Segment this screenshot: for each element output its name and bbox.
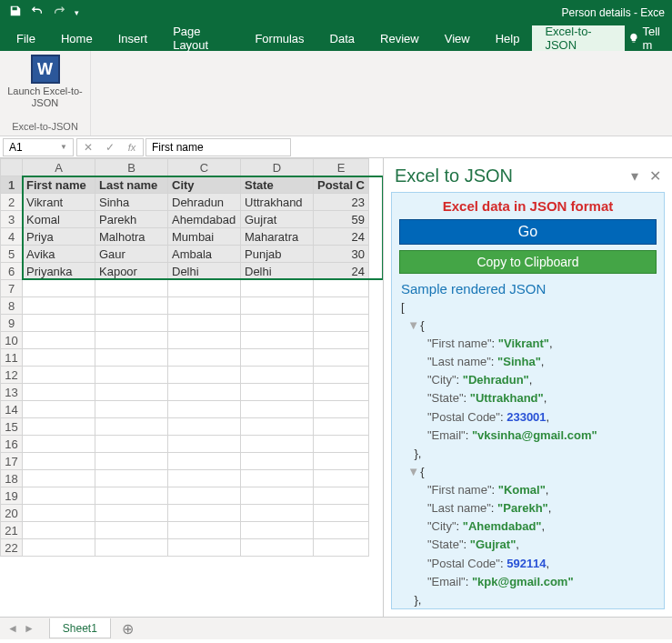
- cell[interactable]: [241, 384, 314, 401]
- cell[interactable]: [314, 487, 369, 505]
- tab-file[interactable]: File: [4, 25, 48, 51]
- row-header[interactable]: 13: [1, 384, 23, 401]
- cell[interactable]: Priya: [23, 228, 95, 246]
- cancel-icon[interactable]: ✕: [77, 141, 99, 154]
- redo-icon[interactable]: [53, 5, 65, 21]
- row-header[interactable]: 18: [1, 470, 23, 487]
- cell[interactable]: [23, 436, 95, 453]
- cell[interactable]: 24: [314, 228, 369, 246]
- row-header[interactable]: 7: [1, 280, 23, 297]
- go-button[interactable]: Go: [399, 219, 657, 245]
- cell[interactable]: [23, 453, 95, 470]
- cell[interactable]: [95, 522, 168, 539]
- cell[interactable]: [168, 332, 241, 349]
- cell[interactable]: State: [241, 176, 314, 194]
- row-header[interactable]: 8: [1, 297, 23, 315]
- cell[interactable]: [23, 487, 95, 505]
- row-header[interactable]: 16: [1, 436, 23, 453]
- cell[interactable]: [314, 522, 369, 539]
- cell[interactable]: Avika: [23, 246, 95, 263]
- cell[interactable]: [314, 436, 369, 453]
- cell[interactable]: [168, 436, 241, 453]
- cell[interactable]: 23: [314, 194, 369, 211]
- cell[interactable]: [241, 315, 314, 332]
- cell[interactable]: 59: [314, 211, 369, 228]
- close-icon[interactable]: ✕: [649, 167, 661, 185]
- cell[interactable]: [241, 470, 314, 487]
- cell[interactable]: [23, 505, 95, 522]
- cell[interactable]: [23, 367, 95, 384]
- enter-icon[interactable]: ✓: [99, 141, 121, 154]
- cell[interactable]: Postal C: [314, 176, 369, 194]
- cell[interactable]: Komal: [23, 211, 95, 228]
- formula-input[interactable]: First name: [145, 138, 291, 156]
- cell[interactable]: [314, 401, 369, 418]
- cell[interactable]: Sinha: [95, 194, 168, 211]
- row-header[interactable]: 6: [1, 263, 23, 280]
- row-header[interactable]: 12: [1, 367, 23, 384]
- cell[interactable]: [95, 367, 168, 384]
- cell[interactable]: 24: [314, 263, 369, 280]
- save-icon[interactable]: [9, 5, 22, 21]
- tell-me[interactable]: Tell m: [628, 25, 668, 52]
- row-header[interactable]: 21: [1, 522, 23, 539]
- cell[interactable]: [95, 436, 168, 453]
- col-header[interactable]: C: [168, 159, 241, 176]
- cell[interactable]: [241, 401, 314, 418]
- cell[interactable]: [168, 367, 241, 384]
- cell[interactable]: Uttrakhand: [241, 194, 314, 211]
- row-header[interactable]: 19: [1, 487, 23, 505]
- cell[interactable]: [314, 539, 369, 557]
- row-header[interactable]: 4: [1, 228, 23, 246]
- cell[interactable]: Malhotra: [95, 228, 168, 246]
- cell[interactable]: Gujrat: [241, 211, 314, 228]
- chevron-down-icon[interactable]: ▼: [60, 143, 67, 151]
- cell[interactable]: [241, 332, 314, 349]
- cell[interactable]: Ambala: [168, 246, 241, 263]
- cell[interactable]: [23, 332, 95, 349]
- cell[interactable]: [168, 315, 241, 332]
- row-header[interactable]: 15: [1, 418, 23, 436]
- cell[interactable]: Gaur: [95, 246, 168, 263]
- row-header[interactable]: 10: [1, 332, 23, 349]
- cell[interactable]: [241, 487, 314, 505]
- add-sheet-button[interactable]: ⊕: [116, 620, 139, 638]
- col-header[interactable]: B: [95, 159, 168, 176]
- cell[interactable]: [168, 470, 241, 487]
- cell[interactable]: [95, 280, 168, 297]
- cell[interactable]: [168, 297, 241, 315]
- cell[interactable]: [314, 505, 369, 522]
- cell[interactable]: Maharatra: [241, 228, 314, 246]
- tab-help[interactable]: Help: [483, 25, 533, 51]
- cell[interactable]: [168, 280, 241, 297]
- copy-to-clipboard-button[interactable]: Copy to Clipboard: [399, 250, 657, 273]
- launch-excel-to-json-button[interactable]: W Launch Excel-to-JSON: [4, 55, 86, 109]
- col-header[interactable]: D: [241, 159, 314, 176]
- cell[interactable]: [314, 453, 369, 470]
- sheet-area[interactable]: ABCDE1First nameLast nameCityStatePostal…: [0, 158, 383, 617]
- cell[interactable]: [241, 280, 314, 297]
- cell[interactable]: [95, 487, 168, 505]
- cell[interactable]: [314, 315, 369, 332]
- cell[interactable]: [168, 401, 241, 418]
- cell[interactable]: [314, 384, 369, 401]
- cell[interactable]: [314, 280, 369, 297]
- cell[interactable]: [241, 436, 314, 453]
- cell[interactable]: [314, 332, 369, 349]
- cell[interactable]: Parekh: [95, 211, 168, 228]
- cell[interactable]: [241, 297, 314, 315]
- row-header[interactable]: 11: [1, 349, 23, 367]
- cell[interactable]: [95, 332, 168, 349]
- row-header[interactable]: 2: [1, 194, 23, 211]
- cell[interactable]: [95, 384, 168, 401]
- cell[interactable]: [241, 349, 314, 367]
- cell[interactable]: [95, 539, 168, 557]
- row-header[interactable]: 22: [1, 539, 23, 557]
- cell[interactable]: [95, 349, 168, 367]
- cell[interactable]: [314, 349, 369, 367]
- qat-dropdown-icon[interactable]: ▾: [75, 8, 79, 17]
- cell[interactable]: [23, 418, 95, 436]
- cell[interactable]: [23, 384, 95, 401]
- undo-icon[interactable]: [31, 5, 44, 21]
- sheet-nav-arrows[interactable]: ◄ ►: [7, 622, 44, 635]
